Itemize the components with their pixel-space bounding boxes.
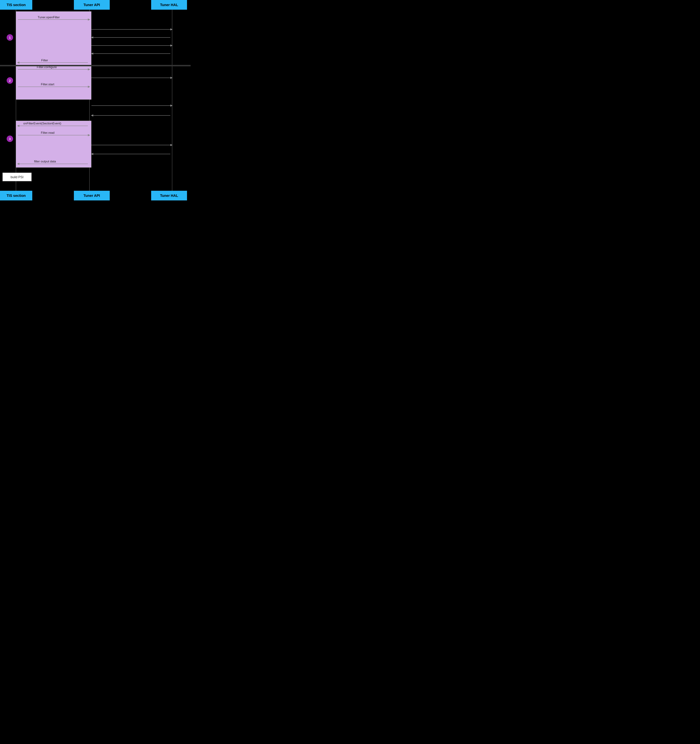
step-label-1: 1 [9, 36, 10, 39]
label-read: Filter.read [41, 131, 55, 134]
label-output-data: filter output data [34, 160, 56, 163]
api-footer: Tuner API [74, 191, 110, 201]
arrow-head-hal-ret3 [91, 115, 93, 116]
build-psi-label: build PSI [10, 175, 24, 179]
arrow-head-hal4 [170, 104, 173, 107]
label-filter: Filter [41, 59, 48, 62]
arrow-head-hal3 [170, 77, 173, 79]
sequence-diagram: TIS section Tuner API Tuner HAL Tuner.op… [0, 0, 191, 201]
label-filter-event: onFilterEvent(SectionEvent) [23, 122, 61, 125]
arrow-head-hal2 [170, 45, 173, 47]
step-label-2: 2 [9, 79, 10, 82]
hal-header: Tuner HAL [151, 0, 187, 10]
step-label-3: 3 [9, 137, 10, 141]
arrow-head-hal1 [170, 28, 173, 30]
arrow-head-hal5 [170, 144, 173, 146]
divider-1 [0, 65, 191, 66]
tis-footer: TIS section [0, 191, 32, 201]
tis-header: TIS section [0, 0, 32, 10]
hal-footer: Tuner HAL [151, 191, 187, 201]
diagram-svg: Tuner.openFilter Filter 1 Filter.configu… [0, 10, 191, 191]
footer-bar: TIS section Tuner API Tuner HAL [0, 191, 191, 201]
label-configure: Filter.configure [37, 65, 57, 69]
api-header: Tuner API [74, 0, 110, 10]
header-bar: TIS section Tuner API Tuner HAL [0, 0, 191, 10]
label-start: Filter.start [41, 83, 54, 86]
label-open-filter: Tuner.openFilter [38, 16, 60, 19]
